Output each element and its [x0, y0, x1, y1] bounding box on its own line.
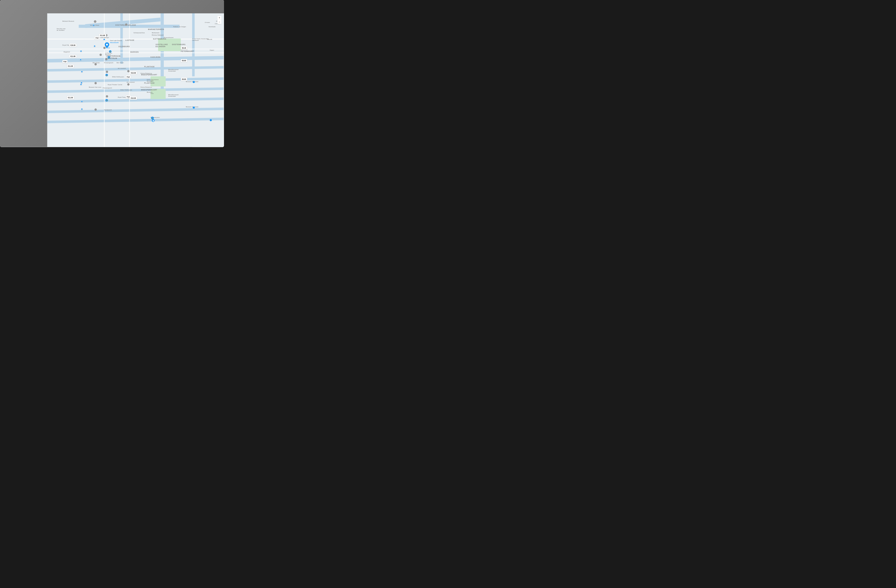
poi-museum2	[127, 84, 130, 86]
area-label-kadijken: KADIJKEN	[151, 56, 160, 58]
water-v3	[192, 13, 195, 76]
map-label-biotoop: Biotoop Dijkspark	[152, 34, 164, 36]
map-label-victoria: Victoria Hotel	[90, 24, 99, 26]
map-label-aatsmuseum2: ats museum	[127, 81, 135, 83]
map-label-royaltheatre: Royal Theater Carrée	[108, 84, 122, 85]
poi-museumvl	[94, 82, 97, 84]
zoom-controls: + −	[218, 16, 221, 24]
road-v1	[104, 13, 105, 147]
zoom-in-button[interactable]: +	[218, 16, 221, 20]
price-tag-1600[interactable]: €16.00	[69, 44, 76, 47]
map-label-museumsuriname1: Museum Suriname	[186, 81, 198, 82]
map-label-prinsengracht2: Prinsengracht	[103, 87, 112, 89]
price-tag-640[interactable]: €6.40	[181, 47, 187, 50]
area-label-lastage: LASTAGE	[125, 39, 134, 41]
map-label-nieuwmarkt: Nieuwmarkt	[110, 42, 119, 43]
poi-aats2	[106, 95, 108, 97]
map-dot-8	[80, 84, 82, 85]
map-dot-2	[103, 38, 105, 40]
sidebar: 📍 Centrum 🔍 📅 Jun 26, 13:00 → Jun 26, 15…	[0, 13, 47, 147]
map-label-wereldmuseum2: WereldmuseumAmsterdam	[168, 94, 179, 97]
map-label-multatuli: Multatuli Museum	[62, 20, 74, 22]
price-tag-660b[interactable]: €6.60	[181, 78, 187, 81]
map-label-veemkade: Veemkade	[209, 26, 216, 27]
zoom-out-button[interactable]: −	[218, 20, 221, 24]
map-dot-1	[93, 24, 94, 26]
map-label-wereldmuseum1: WereldmuseumAmsterdam	[168, 69, 179, 72]
lock-rokin: 🔒	[109, 50, 111, 53]
road-v2	[129, 13, 130, 147]
dot-museumsuriname1	[193, 81, 195, 83]
full-tag-2[interactable]: Full	[62, 60, 68, 63]
full-tag-3[interactable]: Full	[126, 75, 131, 79]
map-dot-4	[80, 50, 82, 52]
dot-museumsuriname2	[193, 107, 195, 108]
lock-1160: 🔒	[105, 74, 108, 76]
map-label-hortus1: Hortus Botanicus	[140, 73, 152, 74]
map-label-prinsengracht: Prinsengracht	[104, 62, 113, 64]
area-label-uilenburg: UILENBURG	[119, 46, 130, 47]
map-label-scheepvaart: Scheepvaarthuis	[134, 32, 145, 34]
card-image-3	[0, 134, 47, 147]
poi-amsterdam	[210, 119, 212, 121]
lock-1100b: 🔒	[105, 99, 108, 102]
area-label-marineterrein: MARINETERREIN	[148, 29, 164, 30]
full-tag-4[interactable]: Full	[126, 96, 131, 99]
price-tag-1000a[interactable]: €10.00	[130, 71, 137, 75]
price-tag-1100b[interactable]: €11.00	[67, 96, 74, 99]
map-dot-5	[80, 59, 82, 61]
map-label-kapari: Kapari	[210, 49, 214, 51]
poi-aats	[106, 71, 108, 73]
area-label-marken: MARKEN	[131, 51, 139, 53]
app-window: ParkBee Park with us ▾ Work with us ▾ Ab…	[0, 0, 224, 147]
lock-rdpierson: 🔒	[108, 56, 110, 59]
map-label-pakhuis: Pakhuis de Zwijger	[173, 26, 186, 27]
price-tag-1100a[interactable]: €11.00	[67, 65, 74, 68]
price-tag-1180[interactable]: €11.80	[99, 34, 106, 37]
map-label-redlight: Red Light District	[110, 40, 122, 41]
poi-5	[105, 58, 108, 61]
map-label-hethuis: Het Huis metde Hoofden	[57, 28, 66, 31]
map-label-willethh: Willet-Holthuysen	[112, 76, 124, 78]
map-label-museum-2: Museum	[147, 91, 153, 93]
price-tag-1000b[interactable]: €10.00	[130, 96, 137, 100]
area-label-kattenburg: KATTENBURG	[153, 38, 166, 40]
poi-1: i	[94, 20, 96, 23]
map-dot-3	[94, 45, 96, 47]
map-dot-10	[81, 108, 83, 110]
map-label-museumvanloon: Museum Van Loon	[89, 87, 102, 88]
full-tag-1[interactable]: Full	[94, 37, 100, 40]
price-tag-660a[interactable]: €6.60	[181, 59, 187, 62]
poi-weesperplein: 🅿	[152, 119, 155, 122]
map-label-ij-toren: IJ-toren	[205, 22, 210, 23]
poi-minttower	[94, 63, 97, 66]
map-label-inntel: Inntel Hotels AmsterdamLandmark	[192, 38, 209, 41]
poi-museum1	[127, 70, 130, 72]
map-label-minttower2: Mint Tower	[117, 62, 124, 64]
poi-4	[99, 54, 102, 56]
map-label-aatsmuseum: ats museum	[118, 67, 126, 69]
price-tag-1160[interactable]: €11.60	[69, 55, 76, 58]
map-label-mediamatic: Mediamatic	[152, 32, 160, 34]
map-label-museumsuriname2: Museum Suriname	[186, 106, 198, 108]
map-label-hortus2: Hortus Botanicus	[140, 87, 152, 88]
area-label-oostenburg: OOSTENBURG	[172, 44, 186, 46]
card-3	[0, 134, 47, 147]
map-label-rdpierson: rd PiersonMuseum	[105, 52, 113, 55]
area-label-plantage-1: PLANTAGE	[145, 66, 155, 68]
poi-vijzel	[94, 108, 97, 111]
map-label-willeth2: Willet-Holthuysen	[120, 89, 132, 91]
area-label-weesperbuurt-1: WEESPERBUURT	[141, 74, 157, 76]
map-dot-9	[81, 101, 83, 102]
poi-beurs	[125, 23, 128, 26]
svg-point-0	[106, 44, 108, 46]
map-label-dutchresist: Dutch ResistanceMuseum	[147, 79, 159, 82]
lock-weesper: 🔒	[151, 117, 154, 119]
area-label-plantage-2: PLANTAGE	[145, 82, 155, 84]
map-label-begijnhof: Begijnhof	[64, 51, 70, 53]
map-label-museumhaven: Museumhaven	[164, 37, 174, 38]
area-label-weesperbuurt-2: WEESPERBUURT	[141, 89, 157, 91]
map-area[interactable]: OOSTERDOKSEILAND MARINETERREIN KATTENBUR…	[47, 13, 224, 147]
center-map-pin	[105, 42, 109, 48]
map-dot-6	[81, 71, 83, 73]
